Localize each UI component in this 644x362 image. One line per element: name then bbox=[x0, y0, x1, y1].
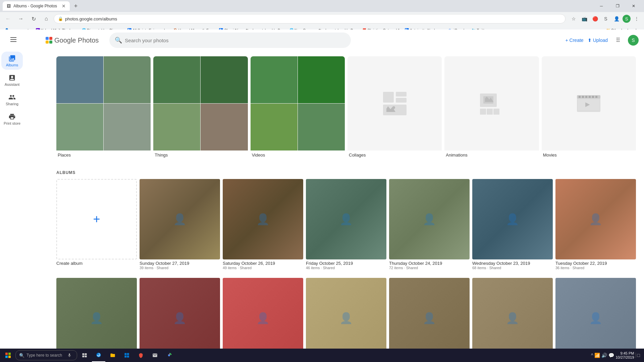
back-button[interactable]: ← bbox=[3, 13, 13, 24]
sidebar-item-assistant[interactable]: Assistant bbox=[1, 71, 23, 89]
address-bar[interactable]: 🔒 photos.google.com/albums bbox=[54, 14, 566, 23]
taskbar-search-box[interactable]: 🔍 Type here to search bbox=[15, 350, 77, 360]
logo-cell-blue bbox=[46, 37, 49, 40]
home-button[interactable]: ⌂ bbox=[41, 13, 52, 24]
svg-rect-30 bbox=[85, 356, 87, 357]
album-row2-2[interactable]: 👤 bbox=[140, 278, 220, 358]
cast-icon[interactable]: 📺 bbox=[580, 14, 589, 23]
album-row2-3-thumb: 👤 bbox=[223, 278, 303, 358]
album-row2-7-thumb: 👤 bbox=[555, 278, 636, 358]
album-row2-3[interactable]: 👤 bbox=[223, 278, 303, 358]
album-oct23-thumb: 👤 bbox=[472, 179, 553, 259]
category-movies[interactable]: ▶ Movies bbox=[542, 56, 636, 160]
sidebar-item-sharing[interactable]: Sharing bbox=[1, 90, 23, 109]
album-oct23-meta: 68 items · Shared bbox=[472, 266, 553, 270]
minimize-button[interactable]: ─ bbox=[594, 1, 609, 11]
create-label: + Create bbox=[566, 38, 584, 43]
album-row2-6[interactable]: 👤 bbox=[472, 278, 553, 358]
svg-rect-11 bbox=[487, 109, 493, 115]
svg-rect-25 bbox=[5, 356, 8, 358]
browser-tab[interactable]: 🖼 Albums - Google Photos ✕ bbox=[3, 1, 70, 11]
search-box[interactable]: 🔍 bbox=[109, 33, 351, 48]
album-oct24[interactable]: 👤 Thursday October 24, 2019 72 items · S… bbox=[389, 179, 470, 270]
more-menu-button[interactable]: ⋮ bbox=[632, 14, 641, 23]
new-tab-button[interactable]: + bbox=[71, 1, 80, 11]
things-thumb-1 bbox=[153, 56, 200, 103]
collages-thumb bbox=[347, 56, 442, 150]
category-things[interactable]: Things bbox=[153, 56, 248, 160]
places-thumb-2 bbox=[104, 56, 151, 103]
profile-icon[interactable]: S bbox=[623, 15, 631, 23]
avatar[interactable]: S bbox=[628, 35, 639, 46]
taskbar-clock[interactable]: 9:45 PM 10/27/2019 bbox=[615, 351, 634, 359]
mic-icon[interactable] bbox=[65, 351, 73, 359]
taskbar-volume-icon[interactable]: 🔊 bbox=[601, 353, 607, 358]
album-oct27-thumb: 👤 bbox=[140, 179, 220, 259]
albums-grid-row2: 👤 👤 👤 👤 bbox=[56, 278, 636, 358]
taskbar-fileexplorer-icon[interactable] bbox=[106, 349, 119, 362]
album-oct27-title: Sunday October 27, 2019 bbox=[140, 261, 220, 266]
svg-rect-23 bbox=[5, 353, 8, 355]
extension1-icon[interactable]: 🔴 bbox=[590, 14, 600, 23]
taskbar-security-icon[interactable] bbox=[134, 349, 148, 362]
start-button[interactable] bbox=[1, 349, 15, 362]
upload-label: Upload bbox=[593, 38, 608, 43]
create-button[interactable]: + Create bbox=[566, 38, 584, 43]
create-album-card[interactable]: + Create album bbox=[56, 179, 137, 270]
taskbar-mail-icon[interactable] bbox=[148, 349, 162, 362]
apps-grid-icon[interactable]: ⠿ bbox=[612, 34, 624, 46]
taskbar-store-icon[interactable] bbox=[120, 349, 133, 362]
refresh-button[interactable]: ↻ bbox=[28, 13, 39, 24]
search-input[interactable] bbox=[125, 38, 345, 43]
album-row2-7[interactable]: 👤 bbox=[555, 278, 636, 358]
album-row2-1-thumb: 👤 bbox=[56, 278, 137, 358]
create-album-thumb[interactable]: + bbox=[56, 179, 137, 259]
browser-toolbar: ← → ↻ ⌂ 🔒 photos.google.com/albums ☆ 📺 🔴… bbox=[0, 12, 644, 25]
album-row2-5[interactable]: 👤 bbox=[389, 278, 470, 358]
taskbar-chevron-icon[interactable]: ^ bbox=[591, 353, 593, 358]
hamburger-menu-button[interactable] bbox=[5, 33, 21, 46]
category-places[interactable]: Places bbox=[56, 56, 151, 160]
sidebar-printstore-label: Print store bbox=[4, 121, 20, 125]
svg-rect-33 bbox=[127, 353, 129, 355]
taskbar-show-desktop-icon[interactable]: □ bbox=[636, 353, 640, 358]
svg-rect-1 bbox=[10, 39, 16, 40]
extension3-icon[interactable]: 👤 bbox=[612, 14, 621, 23]
album-oct26[interactable]: 👤 Saturday October 26, 2019 49 items · S… bbox=[223, 179, 303, 270]
animations-label: Animations bbox=[444, 150, 539, 160]
album-row2-4[interactable]: 👤 bbox=[306, 278, 386, 358]
close-button[interactable]: ✕ bbox=[626, 1, 641, 11]
sidebar-item-albums[interactable]: Albums bbox=[1, 52, 23, 70]
upload-button[interactable]: ⬆ Upload bbox=[588, 38, 608, 43]
sidebar-item-printstore[interactable]: Print store bbox=[1, 110, 23, 128]
collages-label: Collages bbox=[347, 150, 442, 160]
album-oct23[interactable]: 👤 Wednesday October 23, 2019 68 items · … bbox=[472, 179, 553, 270]
svg-text:▶: ▶ bbox=[585, 101, 590, 108]
taskbar-notification-icon[interactable]: 💬 bbox=[608, 353, 614, 358]
svg-rect-35 bbox=[127, 356, 129, 358]
taskbar-taskview-icon[interactable] bbox=[78, 349, 91, 362]
app-header: Google Photos 🔍 + Create ⬆ Upload ⠿ S bbox=[0, 29, 644, 51]
bookmark-star-icon[interactable]: ☆ bbox=[569, 14, 578, 23]
category-animations[interactable]: Animations bbox=[444, 56, 539, 160]
svg-rect-18 bbox=[589, 96, 591, 98]
category-collages[interactable]: Collages bbox=[347, 56, 442, 160]
extension2-icon[interactable]: S bbox=[601, 14, 610, 23]
restore-button[interactable]: ❐ bbox=[610, 1, 625, 11]
album-oct22[interactable]: 👤 Tuesday October 22, 2019 36 items · Sh… bbox=[555, 179, 636, 270]
taskbar-chrome-icon[interactable] bbox=[162, 349, 176, 362]
logo-grid bbox=[46, 37, 52, 44]
svg-rect-16 bbox=[582, 96, 584, 98]
album-oct25[interactable]: 👤 Friday October 25, 2019 46 items · Sha… bbox=[306, 179, 386, 270]
logo-cell-green bbox=[49, 41, 52, 44]
taskbar-edge-icon[interactable] bbox=[92, 349, 105, 362]
animations-thumb bbox=[444, 56, 539, 150]
taskbar-network-icon[interactable]: 📶 bbox=[594, 353, 600, 358]
videos-label: Videos bbox=[251, 150, 345, 160]
app-logo: Google Photos bbox=[46, 37, 99, 44]
album-oct27[interactable]: 👤 Sunday October 27, 2019 39 items · Sha… bbox=[140, 179, 220, 270]
album-row2-1[interactable]: 👤 bbox=[56, 278, 137, 358]
forward-button[interactable]: → bbox=[15, 13, 26, 24]
category-videos[interactable]: Videos bbox=[251, 56, 345, 160]
tab-close-button[interactable]: ✕ bbox=[62, 3, 66, 9]
